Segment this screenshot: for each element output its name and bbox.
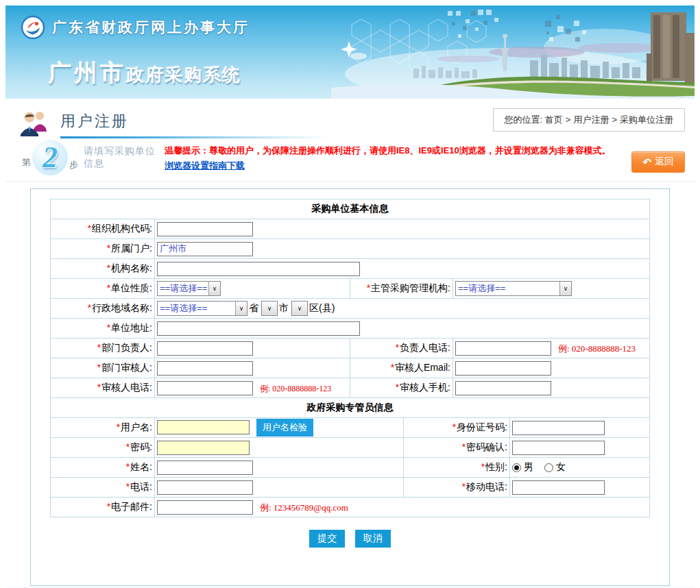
authority-label: 主管采购管理机构: (371, 282, 450, 293)
auditor-phone-example: 例: 020-8888888-123 (260, 384, 331, 393)
required-mark: * (452, 421, 456, 432)
unit-nature-label-cell: *单位性质: (51, 279, 155, 299)
chevron-down-icon: ∨ (208, 282, 220, 295)
auditor-mobile-label: 审核人手机: (400, 382, 450, 393)
notice-text: 温馨提示：尊敬的用户，为保障注册操作顺利进行，请使用IE8、IE9或IE10浏览… (165, 143, 611, 158)
chevron-down-icon: ∨ (262, 302, 277, 315)
required-mark: * (462, 441, 466, 452)
name-label: 姓名: (130, 461, 152, 472)
step-suffix: 步 (69, 159, 78, 171)
auditor-phone-label: 审核人电话: (101, 382, 152, 393)
required-mark: * (396, 342, 399, 353)
breadcrumb-home-link[interactable]: 首页 (545, 114, 563, 125)
system-title-name: 政府采购系统 (126, 64, 241, 85)
dept-head-label: 部门负责人: (101, 342, 152, 353)
step-number: 2 (43, 143, 58, 173)
required-mark: * (462, 481, 466, 492)
phone-input[interactable] (157, 480, 253, 495)
submit-button[interactable]: 提交 (309, 530, 345, 548)
page-title: 用户注册 (60, 111, 328, 132)
browser-guide-link[interactable]: 浏览器设置指南下载 (165, 158, 245, 173)
email-label: 电子邮件: (111, 501, 152, 512)
username-check-button[interactable]: 用户名检验 (256, 419, 313, 437)
step-indicator: 第 2 步 请填写采购单位信息 (22, 140, 165, 175)
head-phone-label-cell: *负责人电话: (350, 339, 453, 358)
auditor-phone-label-cell: *审核人电话: (51, 378, 155, 398)
breadcrumb: 您的位置: 首页>用户注册>采购单位注册 (493, 108, 685, 132)
dept-head-input[interactable] (157, 341, 253, 356)
unit-nature-select[interactable]: ==请选择== ∨ (157, 281, 221, 296)
password-input[interactable] (157, 441, 250, 455)
org-name-input[interactable] (157, 262, 360, 276)
system-title: 广州市政府采购系统 (48, 58, 241, 89)
required-mark: * (126, 461, 130, 472)
org-name-label-cell: *机构名称: (51, 259, 155, 279)
region-city-select[interactable]: ∨ (261, 301, 278, 316)
required-mark: * (367, 282, 370, 293)
address-label: 单位地址: (111, 322, 152, 333)
auditor-mobile-label-cell: *审核人手机: (350, 378, 453, 398)
org-code-input[interactable] (157, 222, 253, 236)
city-label: 市 (279, 302, 289, 313)
gender-female-label: 女 (556, 461, 566, 474)
required-mark: * (391, 362, 394, 373)
system-title-city: 广州市 (48, 60, 126, 86)
required-mark: * (107, 262, 110, 273)
dept-auditor-input[interactable] (157, 361, 253, 376)
password-label-cell: *密码: (51, 438, 155, 458)
auditor-email-label: 审核人Email: (395, 362, 450, 373)
mobile-label: 移动电话: (466, 481, 507, 492)
required-mark: * (97, 382, 101, 393)
phone-label-cell: *电话: (51, 478, 155, 498)
phone-label: 电话: (130, 481, 152, 492)
region-province-select[interactable]: ==请选择== ∨ (157, 301, 248, 316)
dept-head-label-cell: *部门负责人: (51, 339, 155, 358)
region-district-select[interactable]: ∨ (291, 301, 308, 316)
dept-auditor-label: 部门审核人: (101, 362, 152, 373)
form-actions: 提交 取消 (31, 530, 669, 548)
procurement-admin-info-table: 政府采购专管员信息 *用户名: 用户名检验 *身份证号码: *密码: *密码确认… (50, 397, 650, 517)
auditor-email-input[interactable] (455, 361, 551, 376)
address-label-cell: *单位地址: (51, 319, 155, 339)
name-input[interactable] (157, 461, 253, 475)
breadcrumb-register-link[interactable]: 用户注册 (573, 114, 609, 125)
breadcrumb-separator: > (566, 114, 571, 125)
step-prefix: 第 (22, 156, 31, 169)
auditor-mobile-input[interactable] (455, 381, 551, 395)
authority-label-cell: *主管采购管理机构: (350, 279, 453, 299)
address-input[interactable] (157, 321, 360, 336)
cancel-button[interactable]: 取消 (355, 530, 391, 548)
auditor-phone-input[interactable] (157, 381, 253, 395)
authority-select[interactable]: ==请选择== ∨ (455, 281, 572, 296)
required-mark: * (396, 382, 399, 393)
gender-male-radio[interactable] (512, 463, 521, 472)
password-confirm-label: 密码确认: (466, 441, 507, 452)
gender-label-cell: *性别: (404, 458, 510, 478)
region-selected: ==请选择== (158, 302, 235, 315)
password-label: 密码: (130, 441, 152, 452)
id-number-label-cell: *身份证号码: (404, 418, 510, 438)
breadcrumb-current: 采购单位注册 (620, 114, 673, 125)
chevron-down-icon: ∨ (559, 282, 571, 295)
username-label: 用户名: (121, 421, 152, 432)
back-button-label: 返回 (655, 156, 674, 168)
head-phone-input[interactable] (455, 341, 551, 356)
auditor-email-label-cell: *审核人Email: (350, 358, 453, 378)
mobile-input[interactable] (512, 480, 605, 495)
email-input[interactable] (157, 500, 253, 515)
gender-female-radio[interactable] (544, 463, 553, 472)
portal-label: 所属门户: (111, 243, 152, 254)
portal-input[interactable] (157, 242, 253, 256)
id-number-input[interactable] (512, 421, 605, 435)
province-label: 省 (249, 302, 258, 313)
back-button[interactable]: ↶ 返回 (631, 151, 685, 173)
required-mark: * (107, 243, 110, 254)
password-confirm-input[interactable] (512, 441, 605, 455)
section1-title: 采购单位基本信息 (51, 199, 650, 219)
email-label-cell: *电子邮件: (51, 498, 155, 517)
required-mark: * (481, 461, 485, 472)
username-input[interactable] (157, 420, 250, 434)
required-mark: * (88, 223, 91, 234)
users-icon (19, 108, 51, 137)
required-mark: * (88, 302, 91, 313)
